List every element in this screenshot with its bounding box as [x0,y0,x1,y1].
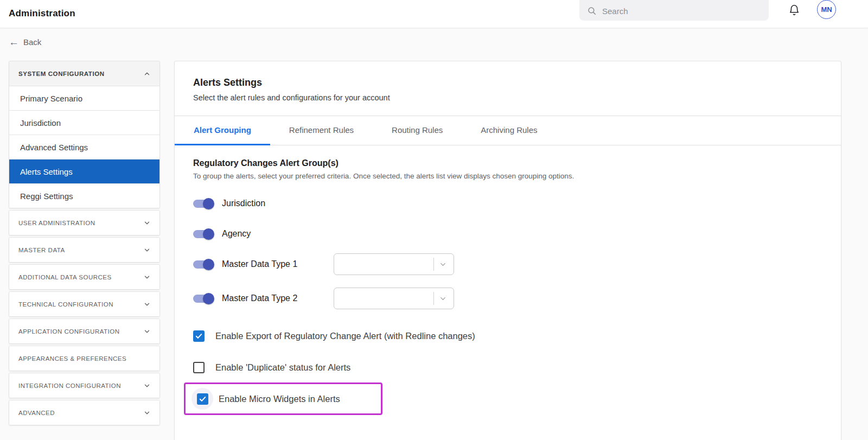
toggle-label: Agency [222,229,251,239]
checkbox-hover-halo [192,388,213,410]
tab-bar: Alert Grouping Refinement Rules Routing … [175,116,841,145]
chevron-down-icon [439,295,447,303]
sidebar-section-header-application-configuration[interactable]: APPLICATION CONFIGURATION [9,319,159,343]
jurisdiction-toggle[interactable] [193,200,213,208]
panel-header: Alerts Settings Select the alert rules a… [175,61,841,116]
chevron-down-icon [143,219,151,227]
sidebar-section-appearances-preferences: APPEARANCES & PREFERENCES [9,346,160,371]
group-heading: Regulatory Changes Alert Group(s) [193,158,822,168]
checkbox-label: Enable 'Duplicate' status for Alerts [215,362,350,373]
sidebar-section-header-advanced[interactable]: ADVANCED [9,400,159,425]
topbar: Administration MN [0,0,868,28]
sidebar-section-header-user-administration[interactable]: USER ADMINISTRATION [9,211,159,235]
dropdown-divider [433,258,434,271]
panel-subtitle: Select the alert rules and configuration… [193,93,822,102]
toggle-thumb [203,293,214,304]
back-arrow-icon: ← [9,37,19,47]
sidebar-item-label: Advanced Settings [20,143,88,152]
master-data-type-1-toggle[interactable] [193,260,213,269]
sidebar-item-alerts-settings[interactable]: Alerts Settings [9,159,159,183]
tab-archiving-rules[interactable]: Archiving Rules [462,116,556,145]
master-data-type-2-dropdown[interactable] [334,288,454,309]
chevron-up-icon [143,70,151,78]
sidebar-section-user-administration: USER ADMINISTRATION [9,210,160,235]
sidebar-section-header-appearances-preferences[interactable]: APPEARANCES & PREFERENCES [9,346,159,371]
chevron-down-icon [143,246,151,254]
toggle-label: Jurisdiction [222,199,265,208]
sidebar-section-master-data: MASTER DATA [9,237,160,263]
chevron-down-icon [143,382,151,390]
checkbox-label: Enable Micro Widgets in Alerts [219,394,340,404]
agency-toggle[interactable] [193,230,213,238]
sidebar-item-primary-scenario[interactable]: Primary Scenario [9,86,159,110]
section-label: SYSTEM CONFIGURATION [18,71,105,77]
toggle-row-master-data-type-2: Master Data Type 2 [193,288,822,309]
section-label: APPEARANCES & PREFERENCES [18,355,126,362]
annotation-highlight-box: Enable Micro Widgets in Alerts [184,382,382,415]
tab-content: Regulatory Changes Alert Group(s) To gro… [175,145,841,415]
checkbox-label: Enable Export of Regulatory Change Alert… [215,331,475,341]
sidebar-item-label: Jurisdiction [20,118,61,127]
group-description: To group the alerts, select your preferr… [193,172,822,180]
chevron-down-icon [143,273,151,281]
sidebar-item-label: Primary Scenario [20,94,82,103]
sidebar-section-header-technical-configuration[interactable]: TECHNICAL CONFIGURATION [9,292,159,316]
sidebar-section-header-master-data[interactable]: MASTER DATA [9,238,159,262]
enable-duplicate-checkbox[interactable] [193,362,205,373]
dropdown-divider [433,292,434,305]
sidebar-section-system-configuration: SYSTEM CONFIGURATION Primary Scenario Ju… [9,61,160,208]
search-input[interactable] [602,7,761,16]
sidebar-section-additional-data-sources: ADDITIONAL DATA SOURCES [9,264,160,290]
section-label: MASTER DATA [18,247,65,253]
tab-routing-rules[interactable]: Routing Rules [373,116,462,145]
section-label: INTEGRATION CONFIGURATION [18,382,121,389]
search-icon [587,6,597,16]
check-icon [195,332,203,340]
master-data-type-2-toggle[interactable] [193,295,213,303]
sidebar-item-jurisdiction[interactable]: Jurisdiction [9,110,159,135]
checkbox-row-enable-export: Enable Export of Regulatory Change Alert… [193,328,822,343]
master-data-type-1-dropdown[interactable] [334,253,454,275]
sidebar-section-integration-configuration: INTEGRATION CONFIGURATION [9,373,160,398]
sidebar-section-application-configuration: APPLICATION CONFIGURATION [9,318,160,344]
enable-export-checkbox[interactable] [193,330,205,342]
section-label: ADDITIONAL DATA SOURCES [18,274,112,280]
toggle-thumb [203,228,214,240]
section-label: USER ADMINISTRATION [18,220,95,226]
section-label: TECHNICAL CONFIGURATION [18,301,113,308]
toggle-thumb [203,259,214,270]
bell-icon [788,4,800,16]
toggle-thumb [203,198,214,209]
chevron-down-icon [143,409,151,417]
enable-micro-widgets-checkbox[interactable] [197,393,208,405]
section-label: ADVANCED [18,410,55,416]
chevron-down-icon [143,301,151,308]
sidebar-item-label: Reggi Settings [20,192,73,201]
avatar[interactable]: MN [817,0,836,19]
search-box[interactable] [579,0,769,21]
notifications-button[interactable] [786,2,803,19]
tab-refinement-rules[interactable]: Refinement Rules [270,116,373,145]
chevron-down-icon [439,260,447,269]
alerts-settings-panel: Alerts Settings Select the alert rules a… [174,61,841,440]
sidebar-item-reggi-settings[interactable]: Reggi Settings [9,183,159,208]
toggle-label: Master Data Type 1 [222,259,325,269]
back-button[interactable]: ← Back [9,37,41,47]
sidebar-section-advanced: ADVANCED [9,400,160,425]
sidebar-item-label: Alerts Settings [20,167,73,176]
section-label: APPLICATION CONFIGURATION [18,328,120,335]
sidebar-section-header-integration-configuration[interactable]: INTEGRATION CONFIGURATION [9,373,159,398]
sidebar-section-header-additional-data-sources[interactable]: ADDITIONAL DATA SOURCES [9,265,159,289]
sidebar-item-advanced-settings[interactable]: Advanced Settings [9,135,159,159]
checkbox-row-enable-duplicate: Enable 'Duplicate' status for Alerts [193,360,822,375]
sidebar: SYSTEM CONFIGURATION Primary Scenario Ju… [9,61,160,425]
tab-label: Archiving Rules [481,125,537,135]
sidebar-section-header-system-configuration[interactable]: SYSTEM CONFIGURATION [9,61,159,86]
toggle-row-agency: Agency [193,227,822,241]
tab-alert-grouping[interactable]: Alert Grouping [175,116,270,145]
avatar-initials: MN [821,5,832,14]
back-label: Back [23,37,41,47]
sidebar-section-technical-configuration: TECHNICAL CONFIGURATION [9,291,160,317]
tab-label: Routing Rules [392,125,443,135]
panel-title: Alerts Settings [193,77,822,88]
